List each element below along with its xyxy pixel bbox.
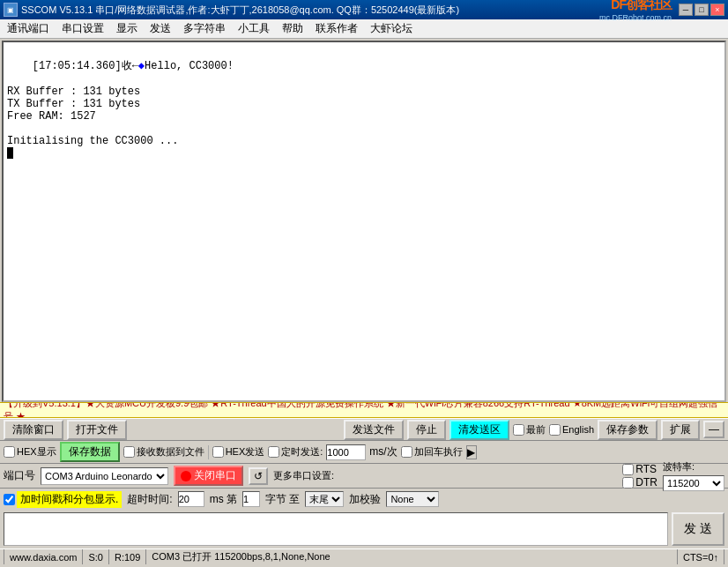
rts-label: RTS: [635, 463, 657, 475]
menu-contact[interactable]: 联系作者: [310, 19, 363, 38]
hex-display-label: HEX显示: [17, 445, 56, 459]
close-port-label: 关闭串口: [194, 468, 236, 483]
carriage-return-label: 加回车执行: [414, 445, 463, 459]
interval-unit: ms/次: [369, 444, 397, 459]
save-recv-row: 接收数据到文件: [123, 445, 204, 459]
close-port-icon: [181, 471, 191, 481]
last-checkbox[interactable]: [513, 424, 524, 436]
menu-bar: 通讯端口 串口设置 显示 发送 多字符串 小工具 帮助 联系作者 大虾论坛: [0, 19, 728, 39]
status-bar: www.daxia.com S:0 R:109 COM3 已打开 115200b…: [0, 548, 728, 564]
r-text: R:109: [115, 552, 140, 563]
hex-send-checkbox[interactable]: [212, 446, 224, 458]
dfrobot-sub: mc.DFRobot.com.cn: [599, 13, 672, 22]
toolbar2: HEX显示 保存数据 接收数据到文件 HEX发送 定时发送: ms/次 加回车执…: [0, 441, 728, 464]
send-area: 发 送: [0, 510, 728, 548]
refresh-btn[interactable]: ↺: [249, 467, 268, 485]
timed-send-interval[interactable]: [326, 444, 366, 460]
verify-label: 加校验: [349, 492, 381, 507]
timeout-input[interactable]: [178, 491, 204, 507]
website-text: www.daxia.com: [10, 552, 77, 563]
english-checkbox-row: English: [549, 424, 594, 436]
timestamp-row: 加时间戳和分包显示.: [4, 491, 122, 508]
dtr-label: DTR: [635, 476, 657, 489]
scroll-right[interactable]: ▶: [466, 445, 477, 459]
maximize-btn[interactable]: □: [695, 4, 709, 16]
send-file-btn[interactable]: 发送文件: [344, 420, 404, 440]
timed-send-label: 定时发送:: [281, 445, 323, 459]
menu-tools[interactable]: 小工具: [233, 19, 275, 38]
port-info-cell: COM3 已打开 115200bps,8,1,None,None: [146, 549, 678, 564]
cts-text: CTS=0↑: [683, 552, 718, 563]
s-counter: S:0: [83, 549, 109, 564]
close-port-btn[interactable]: 关闭串口: [174, 466, 243, 486]
port-select[interactable]: COM3 Arduino Leonardo: [41, 467, 168, 485]
menu-send[interactable]: 发送: [145, 19, 176, 38]
ticker-bar: 【升级到V5.13.1】★大资源MCU开发板9.9包邮 ★RT-Thread中国…: [0, 402, 728, 418]
expand-btn[interactable]: 扩展: [661, 420, 700, 440]
title-bar: ▣ SSCOM V5.13.1 串口/网络数据调试器,作者:大虾丁丁,26180…: [0, 0, 728, 19]
rts-row: RTS: [622, 463, 657, 475]
dfrobot-logo: DF创客社区: [599, 0, 672, 13]
window-controls[interactable]: ─ □ ×: [679, 4, 724, 16]
terminal-output[interactable]: [17:05:14.360]收←◆Hello, CC3000! RX Buffe…: [2, 41, 726, 402]
stop-btn[interactable]: 停止: [407, 420, 446, 440]
carriage-return-checkbox[interactable]: [401, 446, 412, 458]
title-left: ▣ SSCOM V5.13.1 串口/网络数据调试器,作者:大虾丁丁,26180…: [4, 3, 459, 17]
port-label: 端口号: [4, 468, 35, 483]
save-params-btn[interactable]: 保存参数: [598, 420, 657, 440]
baud-col: 波特率: 115200 9600 38400 57600: [663, 460, 724, 491]
menu-multistring[interactable]: 多字符串: [178, 19, 231, 38]
ticker-text: 【升级到V5.13.1】★大资源MCU开发板9.9包邮 ★RT-Thread中国…: [4, 402, 724, 418]
port-info-text: COM3 已打开 115200bps,8,1,None,None: [152, 550, 330, 563]
hex-display-row: HEX显示: [4, 445, 56, 459]
baud-select[interactable]: 115200 9600 38400 57600: [663, 475, 724, 491]
english-checkbox[interactable]: [549, 424, 561, 436]
app-icon: ▣: [4, 3, 18, 17]
timestamp-checkbox[interactable]: [4, 494, 15, 505]
menu-help[interactable]: 帮助: [277, 19, 308, 38]
end-select[interactable]: 末尾: [305, 491, 344, 507]
english-label: English: [562, 424, 594, 435]
verify-select[interactable]: None CRC16 SUM: [386, 491, 439, 507]
byte-count-input[interactable]: [242, 491, 260, 507]
toolbar3: 端口号 COM3 Arduino Leonardo 关闭串口 ↺ 更多串口设置:…: [0, 464, 728, 489]
hex-send-label: HEX发送: [226, 445, 265, 459]
toolbar1: 清除窗口 打开文件 发送文件 停止 清发送区 最前 English 保存参数 扩…: [0, 418, 728, 441]
cts-cell: CTS=0↑: [678, 549, 724, 564]
toolbar4: 加时间戳和分包显示. 超时时间: ms 第 字节 至 末尾 加校验 None C…: [0, 489, 728, 510]
dtr-checkbox[interactable]: [622, 477, 634, 489]
timeout-label: 超时时间:: [127, 492, 172, 507]
terminal-wrapper: [17:05:14.360]收←◆Hello, CC3000! RX Buffe…: [2, 41, 726, 402]
minus-btn[interactable]: —: [703, 421, 724, 438]
minimize-btn[interactable]: ─: [679, 4, 693, 16]
dtr-row: DTR: [622, 476, 657, 489]
app-title: SSCOM V5.13.1 串口/网络数据调试器,作者:大虾丁丁,2618058…: [21, 4, 459, 17]
send-input[interactable]: [4, 512, 668, 546]
save-data-btn[interactable]: 保存数据: [60, 442, 120, 462]
r-counter: R:109: [109, 549, 146, 564]
menu-comport[interactable]: 通讯端口: [2, 19, 55, 38]
menu-forum[interactable]: 大虾论坛: [365, 19, 418, 38]
terminal-content: [17:05:14.360]收←◆Hello, CC3000! RX Buffe…: [7, 60, 234, 162]
open-file-btn[interactable]: 打开文件: [67, 420, 127, 440]
menu-serial-settings[interactable]: 串口设置: [56, 19, 109, 38]
menu-display[interactable]: 显示: [111, 19, 143, 38]
clear-window-btn[interactable]: 清除窗口: [4, 420, 63, 440]
timestamp-label: 加时间戳和分包显示.: [17, 491, 122, 508]
timed-send-row: 定时发送:: [268, 445, 323, 459]
website-cell: www.daxia.com: [4, 549, 83, 564]
baud-label: 波特率:: [663, 460, 724, 474]
close-btn-title[interactable]: ×: [710, 4, 724, 16]
send-button[interactable]: 发 送: [672, 512, 724, 546]
save-recv-checkbox[interactable]: [123, 446, 135, 458]
clear-send-zone-btn[interactable]: 清发送区: [449, 420, 509, 440]
timed-send-checkbox[interactable]: [268, 446, 279, 458]
last-checkbox-row: 最前: [513, 423, 546, 436]
last-label: 最前: [526, 423, 546, 436]
byte-unit: 字节 至: [265, 492, 300, 507]
timeout-unit: ms 第: [210, 492, 237, 507]
hex-send-row: HEX发送: [212, 445, 265, 459]
rts-checkbox[interactable]: [622, 464, 634, 475]
hex-display-checkbox[interactable]: [4, 446, 15, 458]
s-text: S:0: [88, 552, 103, 563]
